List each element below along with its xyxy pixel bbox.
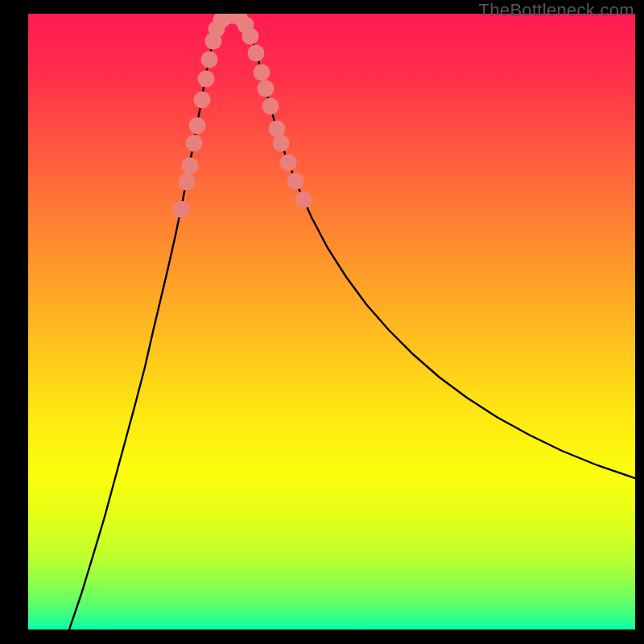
data-marker (179, 174, 196, 191)
data-marker (189, 118, 206, 134)
data-marker (254, 64, 270, 81)
data-marker (242, 28, 259, 45)
bottleneck-curve (69, 15, 635, 630)
data-marker (280, 155, 297, 171)
data-marker (273, 135, 290, 152)
data-marker (295, 192, 312, 208)
plot-area (28, 14, 635, 630)
data-marker (194, 92, 211, 109)
data-marker (182, 158, 199, 175)
data-marker (201, 52, 218, 68)
data-marker (198, 71, 215, 88)
curve-markers (173, 14, 312, 218)
data-marker (287, 173, 304, 190)
data-marker (262, 98, 279, 115)
data-marker (269, 121, 286, 138)
data-marker (248, 45, 265, 62)
data-marker (258, 80, 275, 97)
watermark-text: TheBottleneck.com (479, 0, 634, 21)
curve-svg (28, 14, 635, 630)
chart-frame: TheBottleneck.com (0, 0, 644, 644)
data-marker (173, 201, 190, 218)
data-marker (186, 135, 203, 152)
